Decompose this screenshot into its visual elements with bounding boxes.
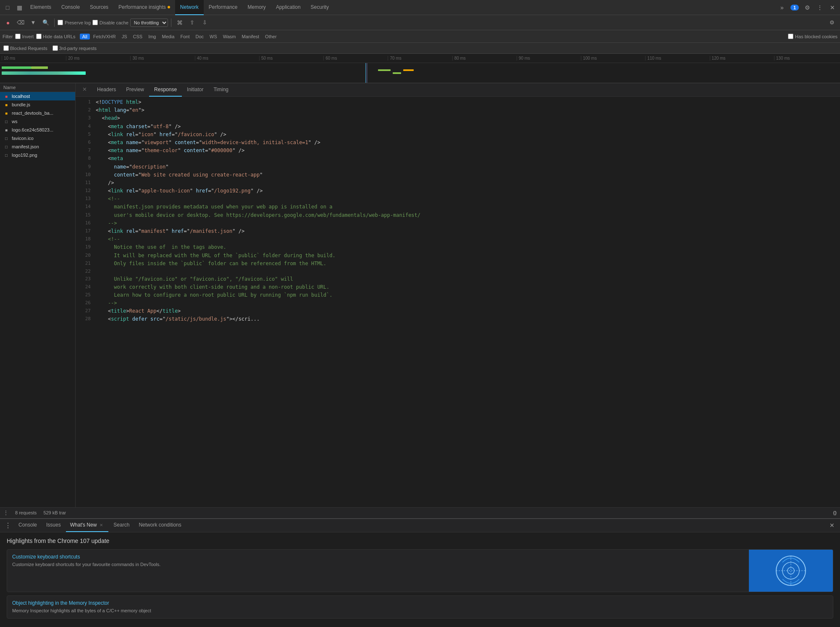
tab-response[interactable]: Response [149, 83, 182, 97]
code-line-26: 26 --> [76, 299, 840, 307]
ruler-70: 70 ms [388, 56, 452, 61]
disable-cache-checkbox[interactable] [92, 20, 98, 25]
drawer-close-icon[interactable]: ✕ [827, 520, 837, 531]
tl-bar-r1 [378, 69, 391, 71]
filter-fetch-xhr[interactable]: Fetch/XHR [91, 34, 118, 40]
file-item-localhost[interactable]: ■ localhost [0, 92, 75, 100]
filter-js[interactable]: JS [119, 34, 130, 40]
third-party-label[interactable]: 3rd-party requests [52, 45, 97, 51]
tab-console[interactable]: Console [56, 0, 85, 15]
tab-application[interactable]: Application [271, 0, 306, 15]
filter-wasm[interactable]: Wasm [220, 34, 239, 40]
code-line-6: 6 <meta name="viewport" content="width=d… [76, 139, 840, 147]
drawer-tab-whats-new[interactable]: What's New ✕ [66, 519, 109, 532]
file-item-manifest[interactable]: □ manifest.json [0, 142, 75, 151]
feature-card-keyboard: Customize keyboard shortcuts Customize k… [7, 549, 833, 592]
file-item-logo[interactable]: ■ logo.6ce24c58023... [0, 126, 75, 134]
tl-bar-connect [31, 66, 48, 69]
feature-card-title-keyboard[interactable]: Customize keyboard shortcuts [12, 554, 744, 560]
tab-perf-insights[interactable]: Performance insights [113, 0, 175, 15]
device-toolbar-icon[interactable]: ▦ [13, 2, 25, 13]
file-item-favicon[interactable]: □ favicon.ico [0, 134, 75, 142]
throttle-select[interactable]: No throttling [130, 18, 168, 27]
json-format-icon[interactable]: {} [833, 510, 837, 515]
file-item-ws[interactable]: □ ws [0, 117, 75, 126]
feature-card-memory: Object highlighting in the Memory Inspec… [7, 595, 833, 619]
hide-data-urls-label[interactable]: Hide data URLs [36, 34, 76, 39]
tab-timing[interactable]: Timing [208, 83, 234, 97]
drawer-tab-network-conditions[interactable]: Network conditions [134, 519, 185, 532]
third-party-checkbox[interactable] [52, 45, 58, 51]
close-devtools-icon[interactable]: ✕ [827, 2, 838, 13]
tab-preview[interactable]: Preview [121, 83, 149, 97]
more-options-icon[interactable]: ⋮ [814, 2, 826, 13]
ruler-90: 90 ms [517, 56, 581, 61]
tab-performance[interactable]: Performance [204, 0, 243, 15]
filter-doc[interactable]: Doc [193, 34, 206, 40]
drawer-tabs: ⋮ Console Issues What's New ✕ Search Net… [0, 519, 840, 532]
ruler-80: 80 ms [452, 56, 517, 61]
drawer-content: Highlights from the Chrome 107 update Cu… [0, 532, 840, 627]
tab-headers[interactable]: Headers [92, 83, 121, 97]
search-button[interactable]: 🔍 [40, 17, 51, 28]
tab-sources[interactable]: Sources [85, 0, 113, 15]
filter-font[interactable]: Font [178, 34, 192, 40]
tab-initiator[interactable]: Initiator [182, 83, 208, 97]
filter-manifest[interactable]: Manifest [239, 34, 262, 40]
filter-other[interactable]: Other [262, 34, 279, 40]
file-item-react-devtools[interactable]: ■ react_devtools_ba... [0, 109, 75, 117]
preserve-log-checkbox[interactable] [58, 20, 63, 25]
filter-css[interactable]: CSS [131, 34, 145, 40]
settings-icon[interactable]: ⚙ [801, 2, 813, 13]
tab-elements[interactable]: Elements [25, 0, 56, 15]
inspect-icon[interactable]: □ [2, 2, 13, 13]
record-button[interactable]: ● [3, 17, 13, 28]
code-line-5: 5 <link rel="icon" href="/favicon.ico" /… [76, 131, 840, 139]
network-settings-icon[interactable]: ⚙ [827, 17, 837, 28]
invert-checkbox[interactable] [15, 34, 21, 39]
filter-all[interactable]: All [80, 34, 90, 40]
drawer-tab-issues[interactable]: Issues [42, 519, 65, 532]
notifications-badge[interactable]: 1 [790, 5, 799, 11]
code-line-27: 27 <title>React App</title> [76, 307, 840, 315]
drawer-menu-icon[interactable]: ⋮ [3, 520, 13, 531]
has-blocked-cookies-checkbox[interactable] [788, 34, 793, 39]
export-icon[interactable]: ⇩ [200, 17, 210, 28]
tab-network[interactable]: Network [175, 0, 204, 15]
whats-new-close-icon[interactable]: ✕ [98, 522, 104, 528]
code-viewer[interactable]: 1 <!DOCTYPE html> 2 <html lang="en"> 3 <… [76, 97, 840, 507]
filter-ws[interactable]: WS [207, 34, 220, 40]
blocked-requests-label[interactable]: Blocked Requests [3, 45, 47, 51]
tab-memory[interactable]: Memory [243, 0, 271, 15]
more-tabs-icon[interactable]: » [776, 2, 788, 13]
tab-security[interactable]: Security [306, 0, 334, 15]
ruler-marks: 10 ms 20 ms 30 ms 40 ms 50 ms 60 ms 70 m… [2, 56, 838, 61]
menu-dots-icon[interactable]: ⋮ [3, 510, 8, 516]
whats-new-title: Highlights from the Chrome 107 update [7, 537, 833, 544]
timeline-bars [0, 63, 840, 83]
wifi-icon[interactable]: ⌘ [174, 17, 185, 28]
filter-img[interactable]: Img [146, 34, 158, 40]
ruler-100: 100 ms [581, 56, 645, 61]
invert-checkbox-label[interactable]: Invert [15, 34, 34, 39]
file-item-logo192[interactable]: □ logo192.png [0, 151, 75, 159]
filter-label: Filter [3, 34, 13, 39]
file-item-bundle[interactable]: ■ bundle.js [0, 100, 75, 109]
code-line-12: 12 <link rel="apple-touch-icon" href="/l… [76, 187, 840, 195]
filter-button[interactable]: ▼ [28, 17, 39, 28]
request-count: 8 requests [15, 510, 37, 515]
preserve-log-label[interactable]: Preserve log [58, 20, 91, 25]
code-line-8: 8 <meta [76, 155, 840, 163]
disable-cache-label[interactable]: Disable cache [92, 20, 129, 25]
blocked-requests-checkbox[interactable] [3, 45, 9, 51]
feature-card-title-memory[interactable]: Object highlighting in the Memory Inspec… [12, 600, 828, 606]
timeline-section: 10 ms 20 ms 30 ms 40 ms 50 ms 60 ms 70 m… [0, 54, 840, 83]
drawer-tab-console[interactable]: Console [14, 519, 41, 532]
import-icon[interactable]: ⇧ [187, 17, 198, 28]
status-bar: ⋮ 8 requests 529 kB trar {} [0, 507, 840, 518]
drawer-tab-search[interactable]: Search [109, 519, 134, 532]
response-tab-close[interactable]: ✕ [77, 83, 92, 97]
hide-data-urls-checkbox[interactable] [36, 34, 42, 39]
filter-media[interactable]: Media [159, 34, 177, 40]
clear-button[interactable]: ⌫ [15, 17, 26, 28]
